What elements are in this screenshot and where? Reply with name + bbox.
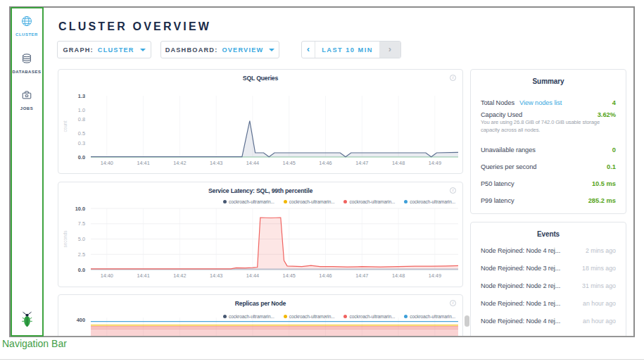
time-range-value[interactable]: LAST 10 MIN (315, 42, 379, 58)
chevron-down-icon (269, 49, 274, 51)
scrollbar-thumb[interactable] (465, 315, 469, 327)
svg-text:14:48: 14:48 (392, 160, 405, 166)
chart-plot-area[interactable]: 400 (58, 295, 464, 337)
event-time: 2 mins ago (586, 247, 616, 254)
svg-text:1.3: 1.3 (78, 93, 85, 99)
events-title: Events (471, 230, 626, 238)
svg-text:400: 400 (77, 317, 85, 323)
summary-label: Total Nodes (481, 99, 514, 106)
cockroachdb-logo[interactable] (20, 311, 34, 331)
event-text: Node Rejoined: Node 2 rej... (481, 282, 560, 289)
svg-text:14:41: 14:41 (137, 160, 149, 166)
summary-value: 10.5 ms (592, 180, 616, 187)
summary-row-qps: Queries per second 0.1 (481, 163, 616, 170)
dashboard-dropdown-label: DASHBOARD: (165, 46, 218, 54)
service-latency-chart-panel: Service Latency: SQL, 99th percentileico… (58, 182, 463, 287)
event-row: Node Rejoined: Node 1 rej...an hour ago (481, 300, 616, 307)
svg-text:14:44: 14:44 (246, 272, 259, 279)
cluster-globe-icon (21, 15, 32, 27)
chart-plot-area[interactable]: 10.07.55.02.50.014:4014:4114:4214:4314:4… (58, 182, 464, 288)
event-row: Node Rejoined: Node 3 rej...18 mins ago (481, 265, 616, 272)
svg-text:0.0: 0.0 (78, 267, 85, 273)
sql-queries-chart-panel: SQL Queriesi1.31.00.80.50.30.014:4014:41… (58, 69, 463, 174)
svg-text:seconds: seconds (63, 230, 68, 248)
svg-text:14:44: 14:44 (246, 160, 259, 166)
svg-text:14:42: 14:42 (173, 160, 186, 166)
time-range-prev-button[interactable]: ‹ (302, 42, 315, 58)
divider (0, 359, 644, 360)
summary-value: 0 (612, 146, 616, 153)
event-time: an hour ago (583, 318, 616, 325)
graph-dropdown[interactable]: GRAPH: CLUSTER (57, 41, 151, 58)
event-text: Node Rejoined: Node 4 rej... (481, 318, 560, 325)
svg-text:0.0: 0.0 (78, 154, 85, 161)
svg-text:5.0: 5.0 (78, 236, 85, 242)
svg-text:14:47: 14:47 (355, 272, 368, 279)
svg-text:7.5: 7.5 (78, 220, 85, 227)
event-text: Node Rejoined: Node 1 rej... (481, 300, 560, 307)
chevron-down-icon (140, 49, 146, 51)
events-panel: Events Node Rejoined: Node 4 rej...2 min… (470, 222, 626, 337)
dashboard-dropdown-value: OVERVIEW (222, 46, 263, 54)
summary-row-p99: P99 latency 285.2 ms (481, 197, 616, 204)
summary-label: Queries per second (481, 163, 536, 170)
sidebar-item-cluster[interactable]: CLUSTER (11, 15, 43, 37)
svg-text:14:48: 14:48 (392, 272, 405, 279)
summary-row-capacity: Capacity Used 3.62% (481, 111, 616, 118)
summary-value: 3.62% (598, 111, 616, 118)
svg-text:10.0: 10.0 (75, 206, 85, 212)
annotation-label: Navigation Bar (2, 338, 67, 349)
event-time: 31 mins ago (582, 282, 616, 289)
svg-text:14:43: 14:43 (210, 272, 222, 279)
svg-text:14:40: 14:40 (101, 160, 113, 166)
event-time: 18 mins ago (582, 265, 616, 272)
summary-row-unavailable: Unavailable ranges 0 (481, 146, 616, 153)
summary-title: Summary (471, 77, 626, 85)
svg-text:14:49: 14:49 (429, 160, 441, 166)
view-nodes-list-link[interactable]: View nodes list (519, 99, 562, 106)
sidebar-item-databases[interactable]: DATABASES (11, 53, 43, 74)
summary-label: P99 latency (481, 197, 514, 204)
chart-plot-area[interactable]: 1.31.00.80.50.30.014:4014:4114:4214:4314… (58, 70, 464, 175)
summary-label: Capacity Used (481, 111, 522, 118)
summary-value: 4 (612, 99, 616, 106)
event-row: Node Rejoined: Node 4 rej...2 mins ago (481, 247, 616, 254)
summary-panel: Summary Total NodesView nodes list 4 Cap… (470, 69, 626, 214)
sidebar-item-jobs[interactable]: JOBS (11, 89, 43, 111)
jobs-icon (21, 89, 32, 101)
graph-dropdown-value: CLUSTER (98, 46, 134, 54)
dashboard-dropdown[interactable]: DASHBOARD: OVERVIEW (160, 41, 279, 58)
databases-icon (21, 53, 32, 64)
svg-text:0.3: 0.3 (78, 140, 85, 146)
summary-value: 0.1 (607, 163, 616, 170)
time-range-next-button[interactable]: › (379, 42, 400, 58)
svg-text:0.8: 0.8 (78, 116, 85, 123)
svg-text:14:47: 14:47 (355, 160, 368, 166)
event-text: Node Rejoined: Node 3 rej... (481, 265, 560, 272)
admin-ui-window: CLUSTER DATABASES JOBS (9, 6, 635, 337)
event-text: Node Rejoined: Node 4 rej... (481, 247, 560, 254)
svg-text:14:49: 14:49 (429, 272, 441, 279)
summary-row-p50: P50 latency 10.5 ms (481, 180, 616, 187)
svg-text:14:46: 14:46 (319, 160, 332, 166)
svg-text:1.0: 1.0 (78, 107, 85, 113)
event-row: Node Rejoined: Node 4 rej...an hour ago (481, 318, 616, 325)
sidebar-item-label: CLUSTER (11, 32, 43, 37)
summary-value: 285.2 ms (588, 197, 616, 204)
summary-label: P50 latency (481, 180, 514, 187)
sidebar-item-label: JOBS (11, 106, 43, 111)
svg-text:14:41: 14:41 (137, 272, 149, 279)
sidebar-item-label: DATABASES (11, 70, 43, 74)
graph-dropdown-label: GRAPH: (63, 46, 93, 54)
svg-text:14:45: 14:45 (283, 272, 296, 279)
event-row: Node Rejoined: Node 2 rej...31 mins ago (481, 282, 616, 289)
svg-text:count: count (63, 120, 68, 132)
summary-label: Unavailable ranges (481, 146, 536, 153)
svg-text:14:43: 14:43 (210, 160, 222, 166)
svg-text:14:46: 14:46 (319, 272, 332, 279)
replicas-per-node-chart-panel: Replicas per Nodeicockroach-ultramarin..… (58, 294, 463, 337)
page-title: CLUSTER OVERVIEW (58, 20, 211, 33)
time-range-selector: ‹ LAST 10 MIN › (301, 41, 401, 58)
svg-text:14:42: 14:42 (173, 272, 186, 279)
capacity-caption: You are using 26.8 GiB of 742.0 GiB usab… (481, 119, 614, 134)
